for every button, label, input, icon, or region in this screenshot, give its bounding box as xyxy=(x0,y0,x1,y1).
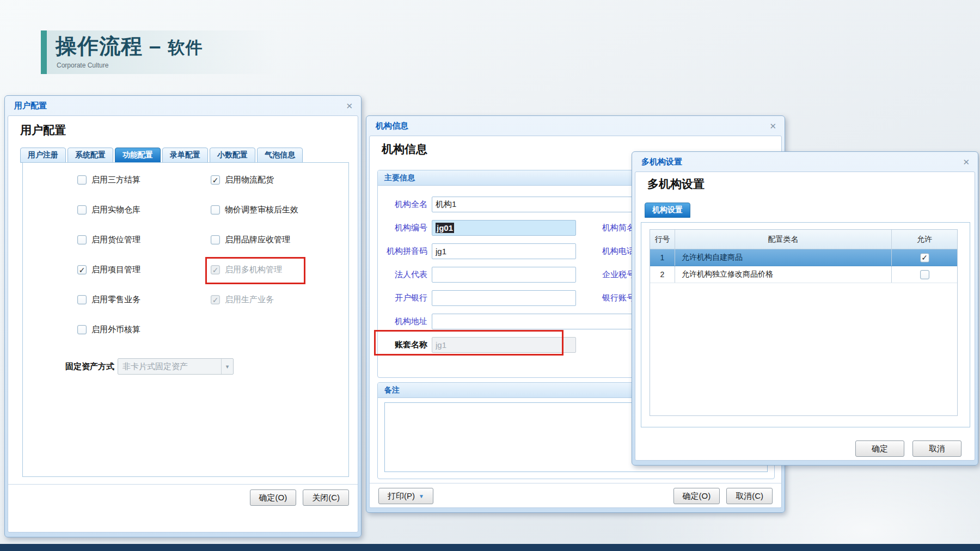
row-number-cell: 1 xyxy=(650,249,675,266)
account-set-input xyxy=(432,337,576,353)
slide-canvas: 操作流程 – 软件 Corporate Culture 用户配置 ✕ 用户配置 … xyxy=(0,0,980,551)
checkbox-row: 启用项目管理 启用多机构管理 xyxy=(23,265,348,295)
org-info-footer: 打印(P)▼ 确定(O) 取消(C) xyxy=(370,483,781,504)
option-brand-receivable[interactable]: 启用品牌应收管理 xyxy=(211,235,344,245)
tab-entry-config[interactable]: 录单配置 xyxy=(162,148,208,163)
table-row[interactable]: 2 允许机构独立修改商品价格 xyxy=(650,266,957,283)
option-multi-org-management: 启用多机构管理 xyxy=(211,265,344,275)
option-label: 启用物流配货 xyxy=(225,175,274,185)
multi-org-body: 多机构设置 机构设置 行号 配置类名 允许 1 允许机构自建商品 xyxy=(635,172,975,461)
org-pinyin-label: 机构拼音码 xyxy=(381,246,427,256)
option-third-party-settlement[interactable]: 启用三方结算 xyxy=(77,175,211,185)
ok-button[interactable]: 确定(O) xyxy=(250,489,297,506)
user-config-titlebar[interactable]: 用户配置 ✕ xyxy=(8,96,358,115)
close-icon[interactable]: ✕ xyxy=(769,122,776,130)
checkbox-icon[interactable] xyxy=(77,175,87,185)
option-project-management[interactable]: 启用项目管理 xyxy=(77,265,211,275)
dropdown-arrow-icon: ▾ xyxy=(221,359,233,374)
option-retail-business[interactable]: 启用零售业务 xyxy=(77,295,211,305)
bank-input[interactable] xyxy=(432,290,576,306)
tab-bubble-info[interactable]: 气泡信息 xyxy=(257,148,303,163)
option-label: 启用实物仓库 xyxy=(91,205,140,215)
option-production-business: 启用生产业务 xyxy=(211,295,344,305)
checkbox-icon[interactable] xyxy=(211,205,220,215)
close-icon[interactable]: ✕ xyxy=(346,102,353,110)
multi-org-window: 多机构设置 ✕ 多机构设置 机构设置 行号 配置类名 允许 1 允许机构自建商品 xyxy=(632,151,978,466)
bank-label: 开户银行 xyxy=(381,293,427,303)
legal-person-input[interactable] xyxy=(432,267,576,283)
option-bin-management[interactable]: 启用货位管理 xyxy=(77,235,211,245)
tab-user-register[interactable]: 用户注册 xyxy=(20,148,66,163)
user-config-window: 用户配置 ✕ 用户配置 用户注册 系统配置 功能配置 录单配置 小数配置 气泡信… xyxy=(4,95,362,537)
allow-cell xyxy=(892,249,957,266)
checkbox-icon[interactable] xyxy=(211,175,220,185)
org-info-window-title: 机构信息 xyxy=(376,121,408,131)
function-config-panel: 启用三方结算 启用物流配货 启用实物仓库 物价调整审核后生效 xyxy=(22,162,349,477)
ok-button[interactable]: 确定 xyxy=(855,440,904,457)
option-label: 物价调整审核后生效 xyxy=(225,205,298,215)
org-phone-label: 机构电话 xyxy=(589,246,635,256)
table-row[interactable]: 1 允许机构自建商品 xyxy=(650,249,957,266)
option-label: 启用零售业务 xyxy=(91,295,140,305)
option-logistics-distribution[interactable]: 启用物流配货 xyxy=(211,175,344,185)
org-full-name-label: 机构全名 xyxy=(381,199,427,210)
option-physical-warehouse[interactable]: 启用实物仓库 xyxy=(77,205,211,215)
org-address-label: 机构地址 xyxy=(381,316,427,327)
slide-bottom-bar xyxy=(0,544,980,551)
print-button-label: 打印(P) xyxy=(388,491,415,501)
option-label: 启用生产业务 xyxy=(225,295,274,305)
org-settings-panel: 行号 配置类名 允许 1 允许机构自建商品 2 允许机构独立修改商品价格 xyxy=(641,222,970,427)
option-label: 启用品牌应收管理 xyxy=(225,235,290,245)
tab-function-config[interactable]: 功能配置 xyxy=(115,148,161,163)
ok-button[interactable]: 确定(O) xyxy=(673,488,720,504)
print-button[interactable]: 打印(P)▼ xyxy=(378,488,433,504)
tab-system-config[interactable]: 系统配置 xyxy=(68,148,113,163)
page-title: 操作流程 – 软件 xyxy=(56,32,203,61)
org-code-input[interactable]: jg01 xyxy=(432,220,576,236)
org-address-input[interactable] xyxy=(432,314,660,329)
checkbox-row: 启用零售业务 启用生产业务 xyxy=(23,295,348,325)
checkbox-icon[interactable] xyxy=(77,265,87,274)
checkbox-icon[interactable] xyxy=(211,235,220,244)
tab-decimal-config[interactable]: 小数配置 xyxy=(210,148,255,163)
selected-text: jg01 xyxy=(436,223,454,233)
org-full-name-input[interactable] xyxy=(432,197,660,212)
tab-org-settings[interactable]: 机构设置 xyxy=(645,203,690,218)
org-info-titlebar[interactable]: 机构信息 ✕ xyxy=(369,116,782,136)
user-config-tabbar: 用户注册 系统配置 功能配置 录单配置 小数配置 气泡信息 xyxy=(20,148,303,163)
checkbox-row: 启用三方结算 启用物流配货 xyxy=(23,175,348,205)
user-config-footer: 确定(O) 关闭(C) xyxy=(8,484,358,506)
page-title-sub: 软件 xyxy=(168,38,203,57)
option-price-adjust-audit[interactable]: 物价调整审核后生效 xyxy=(211,205,344,215)
org-info-heading: 机构信息 xyxy=(382,142,427,157)
checkbox-icon[interactable] xyxy=(920,270,929,279)
legal-person-label: 法人代表 xyxy=(381,270,427,280)
cancel-button[interactable]: 取消 xyxy=(912,440,961,457)
checkbox-icon[interactable] xyxy=(77,325,87,334)
checkbox-icon[interactable] xyxy=(920,253,929,262)
org-code-label: 机构编号 xyxy=(381,223,427,233)
user-config-body: 用户配置 用户注册 系统配置 功能配置 录单配置 小数配置 气泡信息 启用三方结… xyxy=(8,115,358,532)
column-header-allow: 允许 xyxy=(892,230,957,249)
org-pinyin-input[interactable] xyxy=(432,243,576,259)
checkbox-row: 启用实物仓库 物价调整审核后生效 xyxy=(23,205,348,235)
checkbox-icon[interactable] xyxy=(77,205,87,215)
page-subtitle: Corporate Culture xyxy=(57,62,108,69)
user-config-heading: 用户配置 xyxy=(20,123,66,138)
checkbox-icon[interactable] xyxy=(77,295,87,304)
config-name-cell: 允许机构独立修改商品价格 xyxy=(675,266,892,283)
account-set-label: 账套名称 xyxy=(381,340,427,350)
close-icon[interactable]: ✕ xyxy=(963,158,970,166)
option-foreign-currency[interactable]: 启用外币核算 xyxy=(77,325,211,335)
checkbox-row: 启用货位管理 启用品牌应收管理 xyxy=(23,235,348,265)
checkbox-icon[interactable] xyxy=(77,235,87,244)
allow-cell xyxy=(892,266,957,283)
multi-org-titlebar[interactable]: 多机构设置 ✕ xyxy=(635,152,975,172)
table-header-row: 行号 配置类名 允许 xyxy=(650,230,957,249)
close-button[interactable]: 关闭(C) xyxy=(303,489,349,506)
cancel-button[interactable]: 取消(C) xyxy=(726,488,773,504)
multi-org-heading: 多机构设置 xyxy=(647,176,705,192)
title-accent-bar xyxy=(41,30,47,74)
org-short-name-label: 机构简名 xyxy=(589,223,635,233)
option-label: 启用外币核算 xyxy=(91,325,140,335)
